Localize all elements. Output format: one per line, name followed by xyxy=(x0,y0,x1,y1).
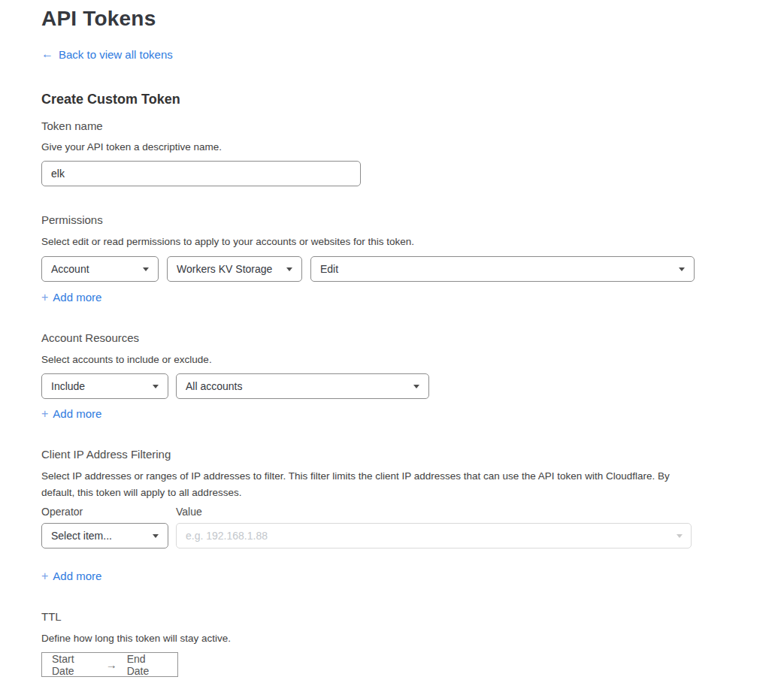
back-link[interactable]: ← Back to view all tokens xyxy=(41,48,173,61)
start-date-label: Start Date xyxy=(52,653,96,677)
account-resources-add-more-button[interactable]: + Add more xyxy=(41,407,101,420)
section-heading: Create Custom Token xyxy=(41,92,695,108)
account-include-select[interactable]: Include xyxy=(41,373,168,399)
permissions-label: Permissions xyxy=(41,213,695,227)
chevron-down-icon xyxy=(677,534,683,538)
permission-resource-select[interactable]: Workers KV Storage xyxy=(167,256,302,282)
permission-access-value: Edit xyxy=(320,263,338,275)
token-name-label: Token name xyxy=(41,119,695,133)
account-resources-description: Select accounts to include or exclude. xyxy=(41,352,695,368)
account-resources-label: Account Resources xyxy=(41,331,695,345)
account-resources-row: Include All accounts xyxy=(41,373,695,399)
account-include-value: Include xyxy=(51,380,85,392)
permission-resource-value: Workers KV Storage xyxy=(177,263,272,275)
chevron-down-icon xyxy=(143,267,149,271)
chevron-down-icon xyxy=(286,267,292,271)
ip-operator-value: Select item... xyxy=(51,530,112,542)
account-accounts-select[interactable]: All accounts xyxy=(176,373,429,399)
ttl-label: TTL xyxy=(41,610,695,624)
ttl-date-range-picker[interactable]: Start Date → End Date xyxy=(41,652,178,677)
add-more-label: Add more xyxy=(53,570,101,582)
plus-icon: + xyxy=(41,408,48,420)
add-more-label: Add more xyxy=(53,407,101,420)
permission-access-select[interactable]: Edit xyxy=(310,256,695,282)
token-name-input[interactable] xyxy=(41,161,361,186)
plus-icon: + xyxy=(41,292,48,304)
ip-value-input[interactable] xyxy=(176,523,692,548)
add-more-label: Add more xyxy=(53,291,101,304)
permissions-add-more-button[interactable]: + Add more xyxy=(41,291,101,304)
ip-value-shell xyxy=(176,523,692,548)
page-title: API Tokens xyxy=(41,6,695,32)
permissions-row: Account Workers KV Storage Edit xyxy=(41,256,695,282)
permission-scope-value: Account xyxy=(51,263,89,275)
arrow-right-icon: → xyxy=(106,659,117,670)
token-name-description: Give your API token a descriptive name. xyxy=(41,139,695,156)
ip-filtering-add-more-button[interactable]: + Add more xyxy=(41,570,101,582)
chevron-down-icon xyxy=(413,385,419,388)
permission-scope-select[interactable]: Account xyxy=(41,256,159,282)
chevron-down-icon xyxy=(153,534,159,538)
back-arrow-icon: ← xyxy=(41,48,53,60)
ip-filtering-column-labels: Operator Value xyxy=(41,506,695,518)
permissions-description: Select edit or read permissions to apply… xyxy=(41,234,695,250)
plus-icon: + xyxy=(41,570,48,582)
back-link-label: Back to view all tokens xyxy=(59,48,173,61)
ip-filtering-description: Select IP addresses or ranges of IP addr… xyxy=(41,468,682,501)
account-accounts-value: All accounts xyxy=(186,380,242,392)
page-container: API Tokens ← Back to view all tokens Cre… xyxy=(41,0,695,677)
operator-column-label: Operator xyxy=(41,506,176,518)
ttl-description: Define how long this token will stay act… xyxy=(41,630,695,647)
ip-filtering-label: Client IP Address Filtering xyxy=(41,448,695,461)
value-column-label: Value xyxy=(176,506,202,518)
chevron-down-icon xyxy=(679,267,685,271)
ip-filtering-row: Select item... xyxy=(41,523,695,548)
ip-operator-select[interactable]: Select item... xyxy=(41,523,168,548)
chevron-down-icon xyxy=(153,385,159,388)
end-date-label: End Date xyxy=(127,653,168,677)
